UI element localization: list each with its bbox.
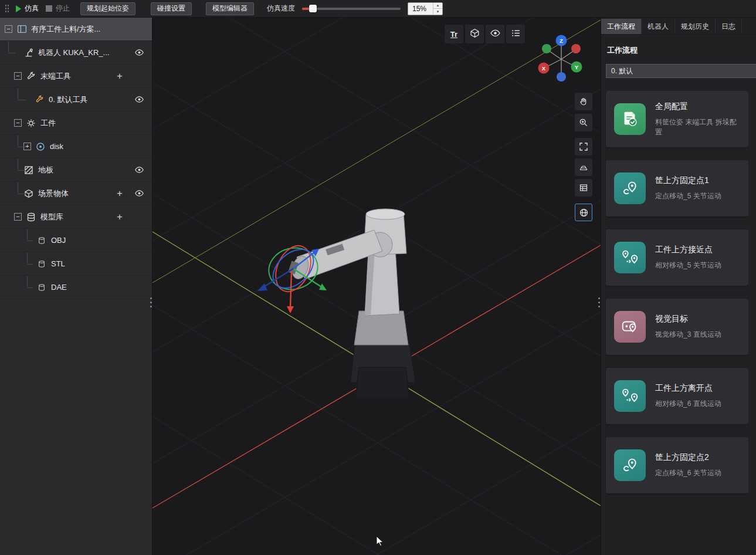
model-format-icon (36, 259, 47, 269)
left-splitter-handle[interactable] (149, 293, 152, 311)
tree-row-model-library[interactable]: − 模型库 + (0, 205, 152, 229)
spinner-up-icon[interactable]: ▲ (433, 3, 442, 9)
collision-settings-button[interactable]: 碰撞设置 (151, 2, 192, 15)
tree-row-label: 0. 默认工具 (49, 94, 87, 105)
right-panel-tabs: 工作流程 机器人 规划历史 日志 (601, 19, 756, 35)
gear-icon (26, 118, 36, 128)
add-scene-object-button[interactable]: + (114, 188, 125, 199)
model-display-toggle[interactable] (465, 25, 484, 43)
simulate-button[interactable]: 仿真 (16, 4, 39, 13)
data-table-button[interactable] (575, 179, 592, 197)
tree-row-floor[interactable]: 地板 (0, 158, 152, 182)
tree-row-label: 模型库 (40, 212, 63, 222)
right-splitter-handle[interactable] (597, 293, 601, 311)
pan-tool-button[interactable] (575, 93, 592, 110)
tree-row-disk[interactable]: + disk (0, 135, 152, 158)
visibility-toggle[interactable] (486, 25, 504, 43)
visibility-eye-icon[interactable] (133, 47, 145, 59)
add-tool-button[interactable]: + (114, 70, 125, 82)
workflow-card-depart-point[interactable]: 工件上方离开点 相对移动_6 直线运动 (606, 368, 748, 424)
fixed-point-icon (614, 449, 646, 481)
simulate-label: 仿真 (25, 4, 39, 13)
visibility-eye-icon[interactable] (133, 94, 145, 106)
plan-start-pose-button[interactable]: 规划起始位姿 (80, 2, 135, 15)
collapse-icon[interactable]: − (14, 119, 22, 127)
tree-row-obj[interactable]: OBJ (0, 229, 152, 252)
tree-row-label: STL (51, 259, 65, 268)
tree-row-scene-objects[interactable]: 场景物体 + (0, 182, 152, 205)
tree-row-end-tools[interactable]: − 末端工具 + (0, 65, 152, 88)
workflow-card-list: 全局配置 料筐位姿 末端工具 拆垛配置 筐上方固定点1 定点移动_5 关节运动 (606, 91, 748, 555)
collapse-icon[interactable]: − (14, 213, 22, 221)
axis-ball-red-neg (571, 44, 581, 53)
card-subtitle: 料筐位姿 末端工具 拆垛配置 (655, 117, 743, 137)
stop-button[interactable]: 停止 (46, 4, 70, 13)
expand-icon[interactable]: + (23, 143, 31, 150)
workflow-card-approach-point[interactable]: 工件上方接近点 相对移动_5 关节运动 (606, 229, 748, 286)
model-format-icon (36, 282, 47, 293)
model-editor-button[interactable]: 模型编辑器 (206, 2, 254, 15)
workflow-card-fixed-point-2[interactable]: 筐上方固定点2 定点移动_6 关节运动 (606, 437, 748, 493)
viewport-3d[interactable]: Tr (152, 18, 601, 555)
floor-grid-icon (23, 165, 34, 175)
sim-speed-slider[interactable] (302, 8, 401, 10)
card-subtitle: 视觉移动_3 直线运动 (655, 330, 721, 340)
robot-icon (23, 48, 34, 58)
top-toolbar: 仿真 停止 规划起始位姿 碰撞设置 模型编辑器 仿真速度 15% ▲ ▼ (0, 0, 756, 18)
wrench-icon (26, 71, 36, 82)
zoom-tool-button[interactable] (575, 114, 592, 131)
tab-workflow[interactable]: 工作流程 (601, 19, 642, 34)
collapse-icon[interactable]: − (14, 72, 22, 80)
tab-robot[interactable]: 机器人 (642, 19, 675, 34)
svg-text:Z: Z (560, 38, 563, 44)
viewport-overlay-toolbar: Tr (445, 25, 525, 43)
workflow-card-vision-target[interactable]: 视觉目标 视觉移动_3 直线运动 (606, 299, 748, 355)
stop-label: 停止 (56, 4, 70, 13)
tree-row-default-tool[interactable]: 0. 默认工具 (0, 88, 152, 111)
cube-icon (470, 28, 480, 40)
world-view-button[interactable] (575, 204, 592, 221)
collapse-icon[interactable]: − (5, 25, 12, 33)
workflow-selector[interactable]: 0. 默认 (606, 64, 756, 78)
spinner-down-icon[interactable]: ▼ (433, 9, 442, 15)
card-subtitle: 定点移动_6 关节运动 (655, 468, 721, 478)
workflow-selector-value: 0. 默认 (611, 66, 633, 76)
tree-row-label: OBJ (51, 236, 66, 245)
axis-ball-blue-neg (557, 72, 566, 82)
tree-row-project[interactable]: − 有序工件上料/方案... (0, 18, 152, 41)
tree-row-stl[interactable]: STL (0, 252, 152, 276)
visibility-eye-icon[interactable] (133, 164, 145, 176)
vision-target-icon (614, 311, 646, 343)
svg-text:Y: Y (575, 64, 579, 70)
slider-thumb[interactable] (309, 5, 317, 12)
tree-row-label: 末端工具 (40, 71, 71, 82)
cube-icon (23, 188, 34, 199)
tree-row-workpieces[interactable]: − 工件 (0, 111, 152, 135)
orientation-gizmo[interactable]: Z X Y (531, 32, 592, 89)
toolbar-grip[interactable] (5, 4, 9, 13)
text-labels-toggle[interactable]: Tr (445, 25, 463, 43)
card-title: 筐上方固定点1 (655, 175, 721, 186)
global-config-icon (614, 103, 646, 135)
fixed-point-icon (614, 172, 646, 204)
stop-icon (46, 5, 52, 12)
card-title: 视觉目标 (655, 314, 721, 324)
ground-plane-button[interactable] (575, 158, 592, 176)
fit-view-button[interactable] (575, 138, 592, 155)
card-title: 筐上方固定点2 (655, 452, 721, 463)
tree-row-robot[interactable]: 机器人 KUKA_KR_... (0, 41, 152, 65)
workflow-card-fixed-point-1[interactable]: 筐上方固定点1 定点移动_5 关节运动 (606, 160, 748, 216)
tree-row-label: 工件 (40, 118, 56, 128)
play-icon (16, 5, 21, 12)
visibility-eye-icon[interactable] (133, 188, 145, 199)
library-icon (26, 212, 36, 222)
tab-log[interactable]: 日志 (716, 19, 742, 34)
tree-row-dae[interactable]: DAE (0, 276, 152, 299)
tab-plan-history[interactable]: 规划历史 (675, 19, 716, 34)
add-model-button[interactable]: + (114, 211, 125, 223)
list-view-toggle[interactable] (506, 25, 525, 43)
tree-row-label: 地板 (38, 165, 53, 175)
speed-percent-input[interactable]: 15% ▲ ▼ (408, 2, 443, 15)
card-subtitle: 定点移动_5 关节运动 (655, 191, 721, 201)
workflow-card-global-config[interactable]: 全局配置 料筐位姿 末端工具 拆垛配置 (606, 91, 748, 147)
